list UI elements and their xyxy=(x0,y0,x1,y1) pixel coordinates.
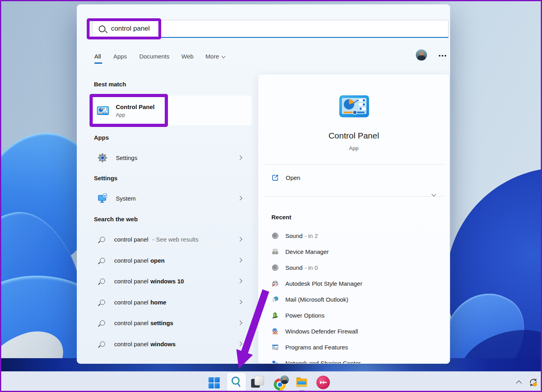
search-icon xyxy=(99,25,105,32)
options-menu-button[interactable]: ••• xyxy=(435,52,451,59)
speaker-icon xyxy=(271,232,279,240)
search-icon xyxy=(100,341,105,347)
expand-chevron-icon[interactable] xyxy=(431,192,436,196)
detail-subtitle: App xyxy=(258,145,449,151)
chevron-right-icon xyxy=(238,258,242,262)
recent-item-sound[interactable]: Sound - in 2 xyxy=(271,228,443,244)
network-icon xyxy=(271,359,279,364)
user-avatar[interactable] xyxy=(416,49,427,60)
divider xyxy=(265,164,443,165)
result-label: System xyxy=(116,195,136,202)
search-icon xyxy=(100,258,105,263)
search-input[interactable]: control panel xyxy=(92,20,448,38)
chrome-button[interactable] xyxy=(274,375,290,391)
chevron-down-icon xyxy=(221,55,225,59)
search-icon xyxy=(100,279,105,284)
open-action[interactable]: Open xyxy=(271,174,300,181)
annotation-arrow xyxy=(216,285,272,376)
tab-web[interactable]: Web xyxy=(181,53,194,60)
web-suggestion[interactable]: control panelopen xyxy=(93,251,252,270)
search-web-header: Search the web xyxy=(94,216,138,222)
tab-documents[interactable]: Documents xyxy=(139,53,170,60)
running-indicator xyxy=(299,390,304,392)
settings-header: Settings xyxy=(94,175,117,181)
recent-item-programs-features[interactable]: Programs and Features xyxy=(271,339,443,355)
show-hidden-icons-button[interactable] xyxy=(516,380,522,386)
recent-item-sound[interactable]: Sound - in 0 xyxy=(271,259,443,275)
search-icon xyxy=(100,300,105,305)
chrome-profile-avatar xyxy=(280,375,289,384)
result-detail-panel: Control Panel App Open Recent xyxy=(258,74,450,364)
chevron-right-icon xyxy=(238,237,242,241)
best-match-title: Control Panel xyxy=(116,103,155,110)
open-label: Open xyxy=(286,174,300,181)
open-external-icon xyxy=(271,174,279,181)
control-panel-icon-large xyxy=(339,94,370,118)
plotter-icon xyxy=(271,280,279,287)
search-filter-tabs: All Apps Documents Web More xyxy=(94,53,225,60)
recent-item-mail[interactable]: Mail (Microsoft Outlook) xyxy=(271,291,443,307)
apps-header: Apps xyxy=(94,134,109,141)
control-panel-icon xyxy=(97,106,109,115)
monitor-icon xyxy=(97,193,107,203)
recent-item-device-manager[interactable]: Device Manager xyxy=(271,244,443,259)
tab-all[interactable]: All xyxy=(94,53,101,60)
detail-title: Control Panel xyxy=(258,131,449,140)
result-system[interactable]: System xyxy=(93,188,252,208)
device-manager-icon xyxy=(271,248,279,255)
recent-item-power-options[interactable]: Power Options xyxy=(271,307,443,323)
file-explorer-button[interactable] xyxy=(296,376,308,388)
task-view-button[interactable] xyxy=(251,376,265,389)
start-button[interactable] xyxy=(208,377,220,389)
capture-app-button[interactable] xyxy=(316,376,330,389)
firewall-icon xyxy=(271,328,279,335)
mail-globe-icon xyxy=(271,296,279,303)
search-query-text: control panel xyxy=(111,25,150,33)
tab-apps[interactable]: Apps xyxy=(113,53,127,60)
programs-icon xyxy=(271,343,279,351)
result-settings[interactable]: Settings xyxy=(93,148,252,168)
running-indicator xyxy=(279,390,284,392)
search-icon xyxy=(100,237,105,242)
best-match-type: App xyxy=(116,112,155,118)
chevron-right-icon xyxy=(238,279,242,283)
recent-item-defender-firewall[interactable]: Windows Defender Firewall xyxy=(271,323,443,339)
web-suggestion[interactable]: control panel- See web results xyxy=(93,230,252,249)
tab-more[interactable]: More xyxy=(205,53,224,60)
recent-item-plot-style-manager[interactable]: Autodesk Plot Style Manager xyxy=(271,275,443,291)
screenshot-root: control panel All Apps Documents Web Mor… xyxy=(0,0,542,392)
speaker-icon xyxy=(271,264,279,271)
double-arrow-icon xyxy=(319,378,328,386)
chevron-right-icon xyxy=(238,196,242,200)
best-match-text: Control Panel App xyxy=(116,103,155,118)
chevron-right-icon xyxy=(238,155,242,160)
divider xyxy=(265,196,443,197)
best-match-result[interactable]: Control Panel App xyxy=(93,96,252,125)
taskbar-search-icon xyxy=(231,376,242,388)
gear-icon xyxy=(97,153,107,163)
result-label: Settings xyxy=(116,154,137,161)
sync-status-icon[interactable] xyxy=(527,377,539,390)
best-match-header: Best match xyxy=(94,81,126,88)
recent-item-network-center[interactable]: Network and Sharing Center xyxy=(271,355,443,364)
search-icon xyxy=(100,320,105,326)
recent-header: Recent xyxy=(271,214,291,220)
battery-icon xyxy=(271,312,279,319)
